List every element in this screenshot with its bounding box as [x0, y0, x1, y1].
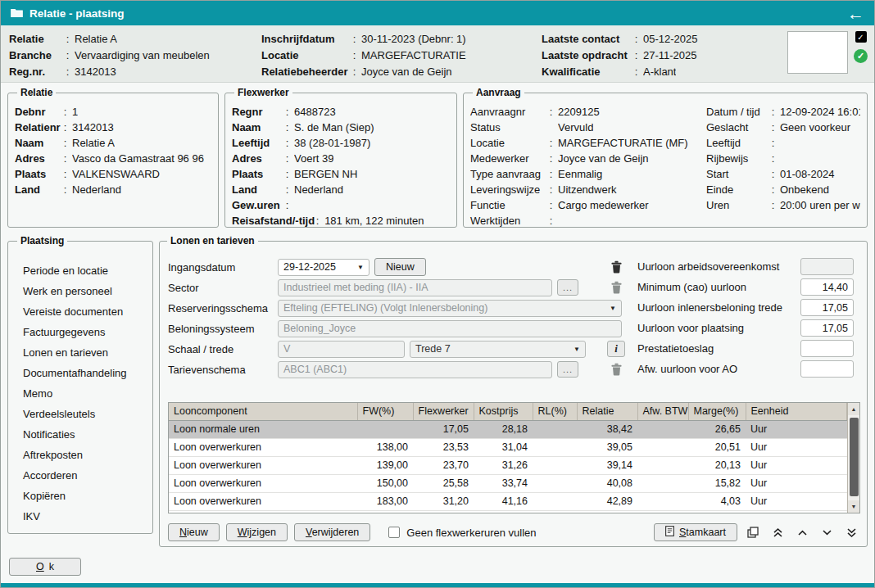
flag-checkbox-checked[interactable]: ✓ — [855, 31, 867, 43]
table-row[interactable]: Loon overwerkuren139,0023,7031,2639,1420… — [169, 456, 847, 474]
copy-icon[interactable] — [744, 523, 762, 541]
nav-item-accorderen[interactable]: Accorderen — [23, 465, 146, 486]
colon-separator: : — [284, 182, 290, 197]
tarievenschema-browse-button[interactable]: ... — [557, 361, 578, 378]
double-chevron-down-icon[interactable] — [842, 523, 860, 541]
column-header-looncomponent[interactable]: Looncomponent — [169, 403, 357, 420]
window-title: Relatie - plaatsing — [29, 7, 125, 20]
nav-item-memo[interactable]: Memo — [23, 383, 146, 404]
input-prestatietoeslag[interactable] — [800, 340, 854, 357]
trede-select[interactable]: Trede 7 ▼ — [410, 341, 586, 358]
nieuw-label: Nieuw — [179, 527, 208, 538]
main-area: Plaatsing Periode en locatieWerk en pers… — [7, 235, 868, 547]
nav-item-kopi-ren[interactable]: Kopiëren — [23, 486, 146, 506]
table-row[interactable]: Loon overwerkuren183,0031,2041,1642,894,… — [169, 492, 847, 510]
field-label: Naam — [15, 135, 62, 151]
ingangsdatum-row: Ingangsdatum 29-12-2025 ▼ Nieuw — [168, 258, 625, 276]
scroll-down-icon[interactable]: ▼ — [848, 500, 859, 513]
colon-separator: : — [770, 104, 776, 120]
input-uurloon-inlenersbeloning-trede[interactable]: 17,05 — [800, 299, 854, 316]
plaatsing-nav-title: Plaatsing — [17, 235, 67, 247]
geen-flexwerkeruren-checkbox[interactable] — [388, 527, 400, 538]
scroll-up-icon[interactable]: ▲ — [848, 403, 859, 415]
nieuw-ingangsdatum-button[interactable]: Nieuw — [374, 258, 426, 276]
status-ok-icon[interactable]: ✓ — [854, 49, 868, 63]
input-afw-uurloon-voor-ao[interactable] — [800, 360, 854, 378]
chevron-down-icon[interactable] — [818, 523, 836, 541]
schaal-value: V — [283, 343, 290, 355]
table-row[interactable]: Loon normale uren17,0528,1838,4226,65Uur — [169, 420, 847, 438]
scrollbar-thumb[interactable] — [850, 418, 859, 496]
field-label: Debnr — [15, 104, 62, 120]
nav-item-notificaties[interactable]: Notificaties — [23, 424, 146, 445]
table-cell — [637, 456, 688, 474]
table-row[interactable]: Loon overwerkuren138,0023,5331,0439,0520… — [169, 438, 847, 456]
delete-sector-trash-icon[interactable] — [607, 278, 625, 296]
summary-header: Relatie:Relatie ABranche:Vervaardiging v… — [1, 25, 874, 83]
nieuw-button[interactable]: Nieuw — [168, 523, 220, 541]
field-label: Uurloon arbeidsovereenkomst — [637, 260, 779, 273]
sector-browse-button[interactable]: ... — [557, 279, 578, 296]
nav-item-aftrekposten[interactable]: Aftrekposten — [23, 445, 146, 465]
column-header-eenheid[interactable]: Eenheid — [746, 403, 847, 420]
delete-ingangsdatum-trash-icon[interactable] — [607, 258, 625, 276]
verwijderen-button[interactable]: Verwijderen — [294, 523, 370, 541]
uurloon-row-prestatietoeslag: Prestatietoeslag — [637, 340, 854, 357]
table-cell — [533, 456, 577, 474]
input-uurloon-voor-plaatsing[interactable]: 17,05 — [800, 319, 854, 337]
table-cell: 39,05 — [577, 438, 637, 456]
table-cell: 150,00 — [357, 474, 413, 492]
nav-item-werk-en-personeel[interactable]: Werk en personeel — [23, 281, 146, 301]
field-value: 01-08-2024 — [780, 166, 835, 182]
field-label: Plaats — [15, 166, 62, 182]
field-value: 20:00 uren per week — [780, 197, 860, 213]
wijzigen-button[interactable]: Wijzigen — [226, 523, 288, 541]
nieuw-ingangsdatum-label: Nieuw — [386, 261, 415, 273]
relatie-box: Relatie Debnr:1Relatienr:3142013Naam:Rel… — [7, 87, 219, 228]
delete-tarievenschema-trash-icon[interactable] — [607, 360, 625, 378]
nav-item-factuurgegevens[interactable]: Factuurgegevens — [23, 322, 146, 342]
lonen-form: Ingangsdatum 29-12-2025 ▼ Nieuw Sector I… — [165, 258, 862, 381]
back-arrow-icon[interactable]: ← — [847, 5, 864, 22]
verwijderen-label: Verwijderen — [306, 527, 359, 538]
table-cell: 20,51 — [688, 438, 746, 456]
field-label: Adres — [232, 151, 284, 166]
chevron-up-icon[interactable] — [793, 523, 811, 541]
table-cell: Loon overwerkuren — [169, 492, 357, 510]
info-button[interactable]: i — [607, 341, 625, 357]
stamkaart-button[interactable]: Stamkaart — [654, 523, 737, 541]
column-header-afw-btw[interactable]: Afw. BTW — [637, 403, 688, 420]
field-label: Uurloon inlenersbeloning trede — [637, 301, 782, 314]
lonen-panel-title: Lonen en tarieven — [167, 235, 258, 247]
lonen-form-left: Ingangsdatum 29-12-2025 ▼ Nieuw Sector I… — [168, 258, 625, 381]
nav-item-ikv[interactable]: IKV — [23, 506, 146, 527]
uurloon-fields: Uurloon arbeidsovereenkomstMinimum (cao)… — [637, 258, 860, 381]
table-cell: Loon overwerkuren — [169, 438, 357, 456]
table-scrollbar[interactable]: ▲ ▼ — [847, 403, 859, 513]
column-header-rl[interactable]: RL(%) — [533, 403, 577, 420]
colon-separator: : — [65, 64, 70, 80]
ok-button[interactable]: Ok — [9, 558, 81, 576]
nav-item-periode-en-locatie[interactable]: Periode en locatie — [23, 260, 146, 281]
field-value: 1 — [72, 104, 78, 120]
uurloon-row-uurloon-voor-plaatsing: Uurloon voor plaatsing17,05 — [637, 319, 854, 337]
table-cell: 138,00 — [357, 438, 413, 456]
input-minimum-cao-uurloon[interactable]: 14,40 — [800, 278, 854, 296]
nav-item-documentafhandeling[interactable]: Documentafhandeling — [23, 363, 146, 383]
nav-item-vereiste-documenten[interactable]: Vereiste documenten — [23, 301, 146, 322]
uurloon-row-minimum-cao-uurloon: Minimum (cao) uurloon14,40 — [637, 278, 854, 296]
column-header-flexwerker[interactable]: Flexwerker — [413, 403, 474, 420]
photo-placeholder — [787, 31, 848, 74]
column-header-relatie[interactable]: Relatie — [577, 403, 637, 420]
table-cell — [533, 438, 577, 456]
table-row[interactable]: Loon overwerkuren150,0025,5833,7440,0815… — [169, 474, 847, 492]
nav-item-lonen-en-tarieven[interactable]: Lonen en tarieven — [23, 342, 146, 363]
column-header-fw[interactable]: FW(%) — [357, 403, 413, 420]
nav-item-verdeelsleutels[interactable]: Verdeelsleutels — [23, 404, 146, 424]
column-header-kostprijs[interactable]: Kostprijs — [474, 403, 533, 420]
looncomponent-table: LooncomponentFW(%)FlexwerkerKostprijsRL(… — [169, 403, 847, 511]
ingangsdatum-select[interactable]: 29-12-2025 ▼ — [278, 259, 369, 276]
field-label: Minimum (cao) uurloon — [637, 281, 746, 293]
column-header-marge[interactable]: Marge(%) — [688, 403, 746, 420]
double-chevron-up-icon[interactable] — [768, 523, 787, 541]
